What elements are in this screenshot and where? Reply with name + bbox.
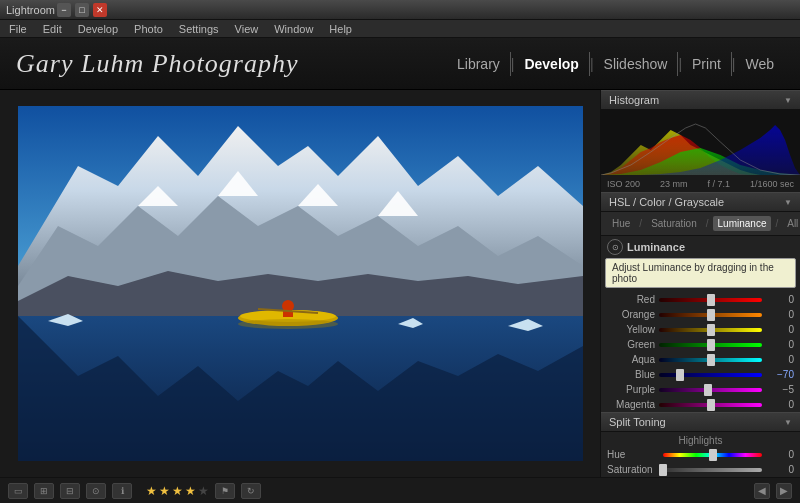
star-3[interactable]: ★ (172, 484, 183, 498)
hsl-divider-2: / (704, 218, 711, 229)
menu-help[interactable]: Help (326, 22, 355, 36)
nav-library[interactable]: Library (447, 52, 511, 76)
main-area: Histogram ▼ (0, 90, 800, 477)
magenta-value: 0 (766, 399, 794, 410)
compare-btn[interactable]: ⊞ (34, 483, 54, 499)
close-button[interactable]: ✕ (93, 3, 107, 17)
rotate-btn[interactable]: ↻ (241, 483, 261, 499)
purple-slider-row: Purple −5 (601, 382, 800, 397)
target-icon[interactable]: ⊙ (607, 239, 623, 255)
hsl-title: HSL / Color / Grayscale (609, 196, 724, 208)
red-slider-row: Red 0 (601, 292, 800, 307)
luminance-tooltip: Adjust Luminance by dragging in the phot… (605, 258, 796, 288)
hsl-divider-1: / (637, 218, 644, 229)
hsl-label-row: ⊙ Luminance (601, 236, 800, 258)
tab-all[interactable]: All (782, 216, 800, 231)
hsl-section-label: Luminance (627, 241, 685, 253)
aqua-thumb[interactable] (707, 354, 715, 366)
hsl-toggle-icon[interactable]: ▼ (784, 198, 792, 207)
aperture-value: f / 7.1 (707, 179, 730, 189)
photo-area (0, 90, 600, 477)
view-mode-btn[interactable]: ▭ (8, 483, 28, 499)
tab-hue[interactable]: Hue (607, 216, 635, 231)
star-1[interactable]: ★ (146, 484, 157, 498)
aqua-slider-row: Aqua 0 (601, 352, 800, 367)
svg-point-18 (238, 319, 338, 329)
highlights-sat-track[interactable] (663, 468, 762, 472)
yellow-value: 0 (766, 324, 794, 335)
purple-thumb[interactable] (704, 384, 712, 396)
hsl-header[interactable]: HSL / Color / Grayscale ▼ (601, 192, 800, 212)
magenta-thumb[interactable] (707, 399, 715, 411)
focal-value: 23 mm (660, 179, 688, 189)
star-5[interactable]: ★ (198, 484, 209, 498)
bottom-bar: ▭ ⊞ ⊟ ⊙ ℹ ★ ★ ★ ★ ★ ⚑ ↻ ◀ ▶ (0, 477, 800, 503)
yellow-slider-row: Yellow 0 (601, 322, 800, 337)
prev-photo-btn[interactable]: ◀ (754, 483, 770, 499)
minimize-button[interactable]: − (57, 3, 71, 17)
nav-slideshow[interactable]: Slideshow (594, 52, 679, 76)
red-thumb[interactable] (707, 294, 715, 306)
star-2[interactable]: ★ (159, 484, 170, 498)
histogram-title: Histogram (609, 94, 659, 106)
highlights-hue-label: Hue (607, 449, 659, 460)
hsl-divider-3: / (773, 218, 780, 229)
red-label: Red (607, 294, 655, 305)
menu-window[interactable]: Window (271, 22, 316, 36)
nav-web[interactable]: Web (735, 52, 784, 76)
histogram-chart (601, 110, 800, 175)
green-label: Green (607, 339, 655, 350)
yellow-thumb[interactable] (707, 324, 715, 336)
orange-thumb[interactable] (707, 309, 715, 321)
rating-stars[interactable]: ★ ★ ★ ★ ★ (146, 484, 209, 498)
highlights-hue-value: 0 (766, 449, 794, 460)
info-btn[interactable]: ℹ (112, 483, 132, 499)
purple-value: −5 (766, 384, 794, 395)
app-title: Gary Luhm Photography (16, 49, 447, 79)
yellow-label: Yellow (607, 324, 655, 335)
highlights-hue-track[interactable] (663, 453, 762, 457)
histogram-info: ISO 200 23 mm f / 7.1 1/1600 sec (601, 177, 800, 191)
menu-settings[interactable]: Settings (176, 22, 222, 36)
histogram-toggle-icon[interactable]: ▼ (784, 96, 792, 105)
title-bar: Lightroom − □ ✕ (0, 0, 800, 20)
menu-file[interactable]: File (6, 22, 30, 36)
green-track[interactable] (659, 343, 762, 347)
histogram-header[interactable]: Histogram ▼ (601, 90, 800, 110)
yellow-track[interactable] (659, 328, 762, 332)
grid-btn[interactable]: ⊟ (60, 483, 80, 499)
blue-thumb[interactable] (676, 369, 684, 381)
right-panel: Histogram ▼ (600, 90, 800, 477)
menu-develop[interactable]: Develop (75, 22, 121, 36)
hsl-tabs: Hue / Saturation / Luminance / All (601, 212, 800, 236)
nav-print[interactable]: Print (682, 52, 732, 76)
menu-edit[interactable]: Edit (40, 22, 65, 36)
loop-btn[interactable]: ⊙ (86, 483, 106, 499)
menu-bar: File Edit Develop Photo Settings View Wi… (0, 20, 800, 38)
blue-track[interactable] (659, 373, 762, 377)
split-toning-toggle-icon[interactable]: ▼ (784, 418, 792, 427)
red-track[interactable] (659, 298, 762, 302)
purple-label: Purple (607, 384, 655, 395)
aqua-value: 0 (766, 354, 794, 365)
tab-saturation[interactable]: Saturation (646, 216, 702, 231)
purple-track[interactable] (659, 388, 762, 392)
next-photo-btn[interactable]: ▶ (776, 483, 792, 499)
aqua-track[interactable] (659, 358, 762, 362)
magenta-slider-row: Magenta 0 (601, 397, 800, 412)
highlights-sat-label: Saturation (607, 464, 659, 475)
nav-develop[interactable]: Develop (514, 52, 589, 76)
orange-track[interactable] (659, 313, 762, 317)
menu-photo[interactable]: Photo (131, 22, 166, 36)
flag-btn[interactable]: ⚑ (215, 483, 235, 499)
star-4[interactable]: ★ (185, 484, 196, 498)
magenta-track[interactable] (659, 403, 762, 407)
highlights-sat-thumb[interactable] (659, 464, 667, 476)
tab-luminance[interactable]: Luminance (713, 216, 772, 231)
highlights-hue-thumb[interactable] (709, 449, 717, 461)
maximize-button[interactable]: □ (75, 3, 89, 17)
menu-view[interactable]: View (232, 22, 262, 36)
split-toning-header[interactable]: Split Toning ▼ (601, 412, 800, 432)
histogram-area: ISO 200 23 mm f / 7.1 1/1600 sec (601, 110, 800, 192)
green-thumb[interactable] (707, 339, 715, 351)
